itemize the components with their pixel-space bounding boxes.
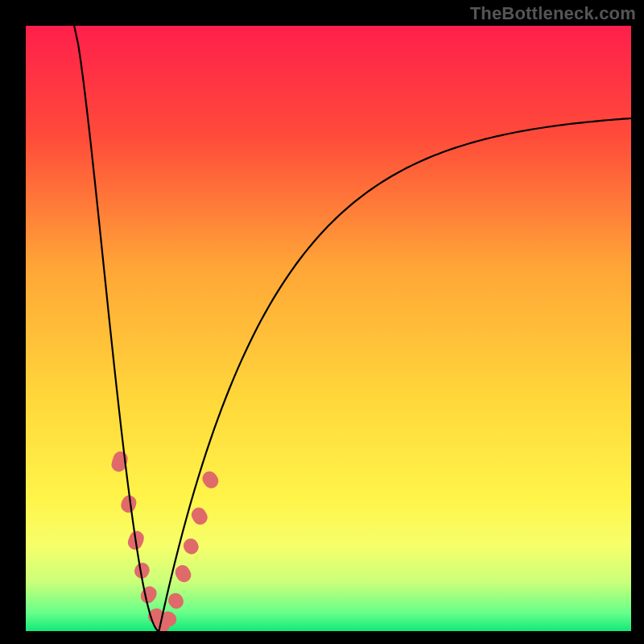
chart-svg bbox=[26, 26, 631, 631]
chart-plot-area bbox=[26, 26, 631, 631]
gradient-background bbox=[26, 26, 631, 631]
watermark-text: TheBottleneck.com bbox=[470, 3, 636, 24]
outer-black-frame: TheBottleneck.com bbox=[0, 0, 644, 644]
